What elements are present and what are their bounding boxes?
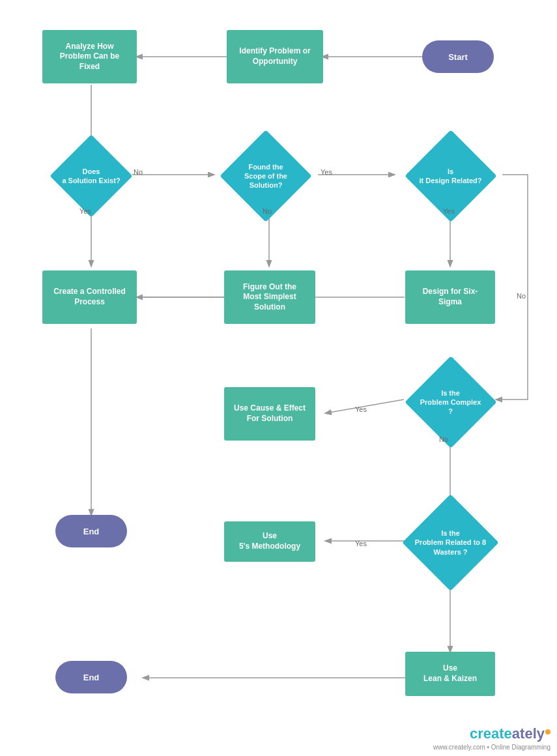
yes-label-4: Yes [355, 405, 367, 413]
footer: createately www.creately.com • Online Di… [433, 725, 550, 751]
is-design-diamond: Isit Design Related? [393, 143, 507, 209]
footer-tagline: www.creately.com • Online Diagramming [433, 744, 550, 751]
is-8wasters-diamond: Is theProblem Related to 8Wasters ? [393, 508, 507, 577]
no-label-1: No [134, 168, 143, 176]
start-node: Start [422, 40, 494, 73]
yes-label-1: Yes [79, 207, 91, 215]
design-six-sigma-node: Design for Six-Sigma [405, 270, 495, 324]
footer-create: create [470, 725, 512, 742]
analyze-how-node: Analyze HowProblem Can beFixed [42, 30, 137, 83]
use-lean-node: UseLean & Kaizen [405, 652, 495, 696]
identify-problem-node: Identify Problem or Opportunity [227, 30, 323, 83]
found-scope-diamond: Found theScope of theSolution? [214, 143, 318, 209]
end2-node: End [55, 661, 127, 693]
does-solution-diamond: Doesa Solution Exist? [49, 143, 134, 209]
footer-ately: ately [512, 725, 545, 742]
yes-label-2: Yes [321, 168, 332, 176]
end1-node: End [55, 515, 127, 547]
no-label-3: No [517, 292, 526, 300]
yes-label-5: Yes [355, 540, 367, 547]
use-5s-node: Use5's Methodology [224, 521, 315, 562]
no-label-2: No [263, 207, 272, 215]
is-complex-diamond: Is theProblem Complex? [393, 370, 507, 435]
figure-simplest-node: Figure Out theMost SimplestSolution [224, 270, 315, 324]
no-label-4: No [439, 435, 448, 443]
yes-label-3: Yes [443, 207, 455, 215]
use-cause-effect-node: Use Cause & EffectFor Solution [224, 387, 315, 441]
create-controlled-node: Create a ControlledProcess [42, 270, 137, 324]
